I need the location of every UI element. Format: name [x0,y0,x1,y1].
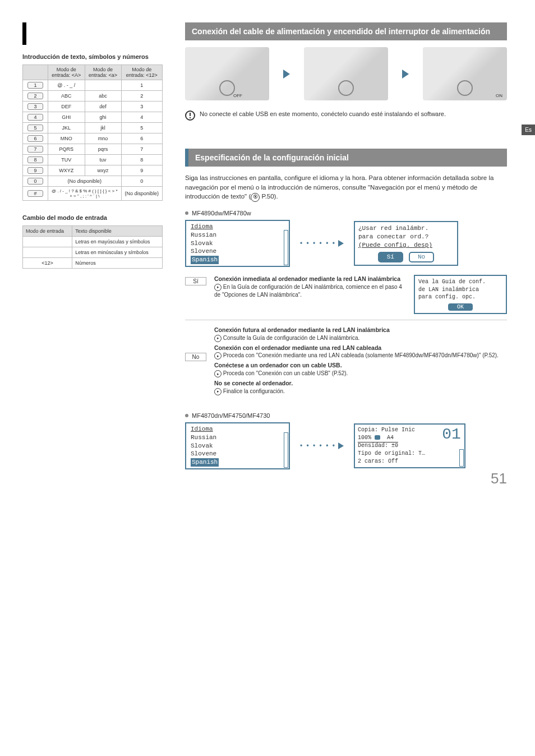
table-row: 6MNOmno6 [23,133,163,144]
lcd-prompt: ¿Usar red inalámbr. para conectar ord.? … [354,221,458,266]
table-row: 0(No disponible)0 [23,176,163,187]
character-key-table: Modo de entrada: <A> Modo de entrada: <a… [22,64,163,201]
left-column: Introducción de texto, símbolos y número… [22,22,163,477]
heading-text-entry: Introducción de texto, símbolos y número… [22,53,163,60]
no-t1: Conexión futura al ordenador mediante la… [214,326,507,334]
lcd-no-button: No [409,252,434,262]
off-label: OFF [233,93,242,98]
si-text: En la Guía de configuración de LAN inalá… [214,284,402,298]
no-p2: Proceda con "Conexión mediante una red L… [223,352,499,358]
mode-col1: Modo de entrada [23,226,72,237]
goto-icon [214,284,222,291]
copy-count: 01 [442,423,461,445]
no-p1: Consulte la Guía de configuración de LAN… [223,335,359,341]
usb-note: No conecte el cable USB en este momento,… [185,110,507,121]
no-p4: Finalice la configuración. [223,388,285,394]
table-row: 8TUVtuv8 [23,155,163,165]
section-header-power: Conexión del cable de alimentación y enc… [185,22,507,40]
table-row: <12>Números [23,258,163,269]
copies-icon [375,435,380,440]
lcd-idioma-2: Idioma Russian Slovak Slovene Spanish [185,422,290,469]
lcd-yes-button: Sí [378,252,403,262]
model-heading-2: MF4870dn/MF4750/MF4730 [185,412,507,419]
mode-table: Modo de entrada Texto disponible Letras … [22,225,163,269]
heading-mode-change: Cambio del modo de entrada [22,214,163,221]
label-no: No [185,353,206,361]
page-number: 51 [491,470,507,487]
goto-icon [214,352,222,359]
choice-no: No Conexión futura al ordenador mediante… [185,326,507,395]
intro-text: Siga las instrucciones en pantalla, conf… [185,173,507,202]
divider [185,320,507,320]
si-title: Conexión inmediata al ordenador mediante… [214,275,406,283]
goto-icon [214,370,222,377]
table-row: 5JKLjkl5 [23,123,163,133]
col-mode-12: Modo de entrada: <12> [121,65,162,80]
table-row: 2ABCabc2 [23,91,163,102]
lcd-row-1: Idioma Russian Slovak Slovene Spanish • … [185,220,507,267]
table-row: 3DEFdef3 [23,102,163,112]
accent-bar [22,22,26,45]
lcd-row-2: Idioma Russian Slovak Slovene Spanish • … [185,422,507,469]
printer-on: ON [423,47,507,100]
table-row: #@ . / - _ ! ? & $ % # ( ) [ ] { } < > *… [23,187,163,201]
goto-icon [214,335,222,342]
arrow-icon [402,70,409,79]
page-container: Introducción de texto, símbolos y número… [0,0,535,500]
printer-plug [304,47,388,100]
arrow-icon [283,70,290,79]
on-label: ON [496,93,502,98]
col-mode-a: Modo de entrada: <a> [85,65,121,80]
lcd-idioma-1: Idioma Russian Slovak Slovene Spanish [185,220,290,267]
col-key [23,65,48,80]
section-header-initial: Especificación de la configuración inici… [185,149,507,167]
table-row: 1@ . - _ /1 [23,80,163,91]
lcd-copy-screen: Copia: Pulse Inic 100% A4 Densidad: ±0 T… [354,423,465,468]
info-icon [185,110,195,121]
goto-icon [214,388,222,395]
language-tab: Es [522,125,535,135]
no-t2: Conexión con el ordenador mediante una r… [214,344,507,352]
page-ref-icon: ⦿ [251,193,260,202]
printer-off: OFF [185,47,269,100]
model-heading-1: MF4890dw/MF4780w [185,210,507,216]
mode-col2: Texto disponible [72,226,163,237]
no-t3: Conéctese a un ordenador con un cable US… [214,361,507,370]
printer-illustration-row: OFF ON [185,47,507,100]
table-row: Letras en mayúsculas y símbolos [23,237,163,247]
dots-arrow-icon: • • • • • • [300,239,344,247]
dots-arrow-icon: • • • • • • [300,442,344,450]
choice-si: Sí Conexión inmediata al ordenador media… [185,275,507,314]
no-p3: Proceda con "Conexión con un cable USB" … [223,370,348,376]
table-row: Letras en minúsculas y símbolos [23,247,163,258]
col-mode-A: Modo de entrada: <A> [48,65,85,80]
right-column: Conexión del cable de alimentación y enc… [185,22,507,477]
table-row: 9WXYZwxyz9 [23,165,163,176]
table-row: 4GHIghi4 [23,112,163,123]
lcd-guide: Vea la Guía de conf. de LAN inalámbrica … [414,275,507,314]
label-si: Sí [185,277,206,285]
table-row: 7PQRSpqrs7 [23,144,163,155]
usb-note-text: No conecte el cable USB en este momento,… [200,110,446,121]
ok-button: OK [448,303,473,311]
no-t4: No se conecte al ordenador. [214,379,507,388]
